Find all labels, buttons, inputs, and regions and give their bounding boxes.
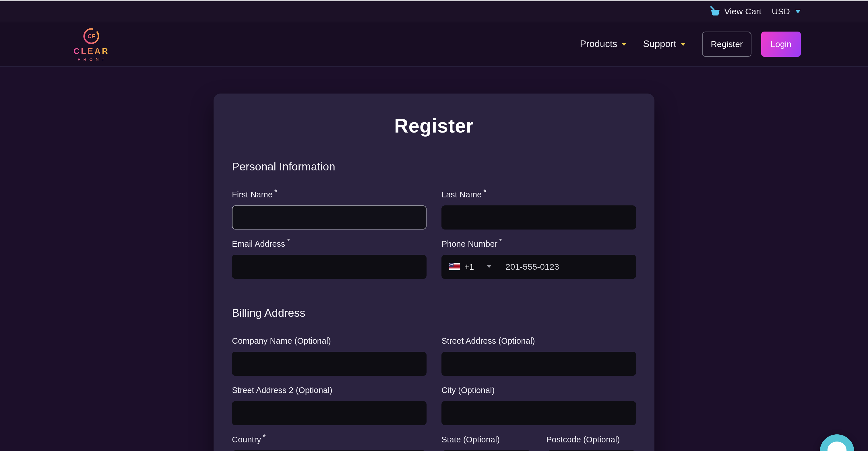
chevron-down-icon [622,43,626,46]
last-name-label: Last Name* [441,190,636,199]
state-label: State (Optional) [441,435,531,444]
brand-logo[interactable]: CF CLEAR FRONT [73,27,110,61]
postcode-label: Postcode (Optional) [546,435,636,444]
login-button[interactable]: Login [761,31,801,57]
first-name-label: First Name* [232,190,427,199]
country-label: Country* [232,435,427,444]
chevron-down-icon [487,265,491,268]
view-cart-link[interactable]: View Cart [709,6,762,17]
basket-icon [709,6,721,17]
main-header: CF CLEAR FRONT Products Support Register… [0,22,868,66]
chevron-down-icon [681,43,685,46]
currency-value: USD [772,6,790,16]
brand-subname: FRONT [75,57,107,61]
section-heading-billing: Billing Address [232,306,636,319]
nav-support-label: Support [643,38,676,50]
chevron-down-icon [795,9,801,13]
field-phone: Phone Number* [441,239,636,279]
chat-launcher-button[interactable] [820,434,854,451]
register-button[interactable]: Register [702,31,751,57]
section-heading-personal: Personal Information [232,160,636,173]
street-address-input[interactable] [441,351,636,376]
nav-products-label: Products [580,38,617,50]
nav-item-support[interactable]: Support [643,38,685,50]
last-name-input[interactable] [441,205,636,229]
register-form-card: Register Personal Information First Name… [214,93,654,451]
field-street: Street Address (Optional) [441,336,636,376]
page: View Cart USD CF CLEAR [0,0,868,451]
top-utility-bar: View Cart USD [0,1,868,22]
field-country: Country* [232,435,427,451]
city-input[interactable] [441,401,636,425]
required-marker: * [499,237,502,245]
city-label: City (Optional) [441,386,636,394]
field-postcode: Postcode (Optional) [546,435,636,451]
required-marker: * [484,187,486,196]
chat-bubble-icon [820,434,854,451]
field-first-name: First Name* [232,190,427,229]
view-cart-label: View Cart [724,6,762,16]
field-street2: Street Address 2 (Optional) [232,386,427,425]
company-input[interactable] [232,351,427,376]
page-title: Register [232,115,636,137]
street-address-label: Street Address (Optional) [441,336,636,345]
required-marker: * [274,187,277,196]
svg-text:CF: CF [88,33,95,40]
email-label: Email Address* [232,239,427,248]
cf-monogram-icon: CF [82,27,101,46]
country-code-selector[interactable]: +1 [449,262,491,271]
field-city: City (Optional) [441,386,636,425]
required-marker: * [287,237,290,245]
currency-dropdown[interactable]: USD [772,6,801,16]
company-label: Company Name (Optional) [232,336,427,345]
email-input[interactable] [232,255,427,279]
field-email: Email Address* [232,239,427,279]
phone-label: Phone Number* [441,239,636,248]
street-address-2-input[interactable] [232,401,427,425]
main-content: Register Personal Information First Name… [0,93,868,451]
us-flag-icon [449,263,460,270]
main-nav: Products Support Register Login [580,31,801,57]
street-address-2-label: Street Address 2 (Optional) [232,386,427,394]
field-company: Company Name (Optional) [232,336,427,376]
nav-item-products[interactable]: Products [580,38,626,50]
state-postcode-row: State (Optional) Postcode (Optional) [441,435,636,451]
phone-number-input[interactable] [504,261,629,272]
brand-name: CLEAR [73,47,110,56]
required-marker: * [263,432,266,441]
field-state: State (Optional) [441,435,531,451]
field-last-name: Last Name* [441,190,636,229]
phone-field: +1 [441,255,636,279]
first-name-input[interactable] [232,205,427,229]
dial-code: +1 [464,262,474,271]
